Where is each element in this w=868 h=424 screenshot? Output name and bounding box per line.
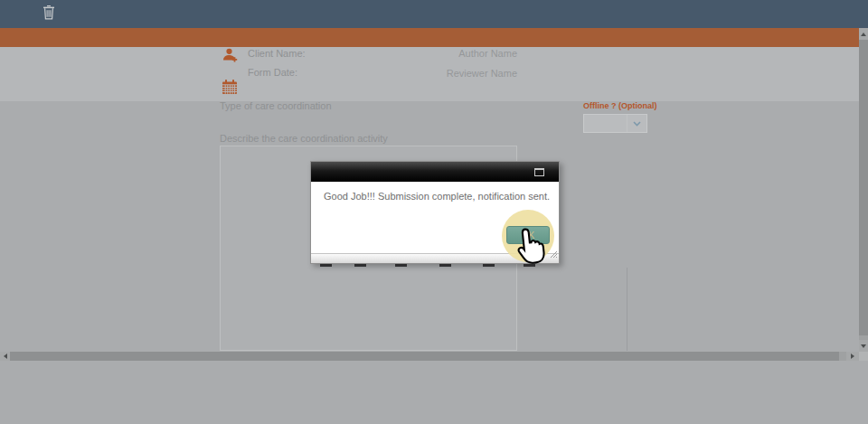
trash-icon — [42, 7, 55, 23]
delete-button[interactable] — [42, 5, 59, 23]
dialog-title-bar[interactable] — [311, 162, 559, 182]
hidden-button-edge — [395, 264, 407, 267]
describe-activity-label: Describe the care coordination activity — [220, 133, 388, 144]
scrollbar-corner — [859, 352, 868, 361]
cursor-hand-icon — [513, 225, 550, 270]
add-person-icon[interactable] — [222, 47, 239, 68]
scroll-up-button[interactable] — [859, 28, 868, 40]
accent-bar — [0, 28, 859, 47]
type-of-care-label: Type of care coordination — [220, 100, 332, 111]
client-name-label: Client Name: — [248, 48, 306, 59]
vertical-scrollbar-thumb[interactable] — [859, 40, 868, 335]
horizontal-scrollbar-thumb[interactable] — [10, 352, 839, 361]
left-arrow-icon — [4, 353, 7, 359]
offline-optional-label: Offline ? (Optional) — [583, 101, 657, 110]
maximize-icon[interactable] — [534, 168, 544, 176]
up-arrow-icon — [861, 33, 866, 36]
dialog-message: Good Job!!! Submission complete, notific… — [324, 191, 550, 202]
scroll-left-button[interactable] — [0, 352, 10, 361]
offline-select[interactable] — [583, 114, 647, 133]
hidden-button-edge — [483, 264, 495, 267]
right-arrow-icon — [851, 353, 854, 359]
hidden-button-edge — [354, 264, 366, 267]
scroll-down-button[interactable] — [859, 340, 868, 352]
top-navigation-bar — [0, 0, 868, 28]
down-arrow-icon — [861, 344, 866, 348]
form-date-label: Form Date: — [248, 67, 297, 78]
hidden-button-edge — [439, 264, 451, 267]
panel-edge-line — [627, 268, 627, 351]
app-window: Client Name: Author Name Form Date: Revi… — [0, 0, 868, 424]
reviewer-name-label: Reviewer Name — [362, 68, 517, 79]
calendar-icon[interactable] — [222, 79, 238, 99]
scroll-right-button[interactable] — [846, 352, 859, 361]
vertical-scrollbar[interactable] — [859, 28, 868, 352]
hidden-button-edge — [320, 264, 332, 267]
chevron-down-icon[interactable] — [627, 115, 646, 132]
horizontal-scrollbar[interactable] — [0, 352, 859, 361]
author-name-label: Author Name — [362, 48, 517, 59]
